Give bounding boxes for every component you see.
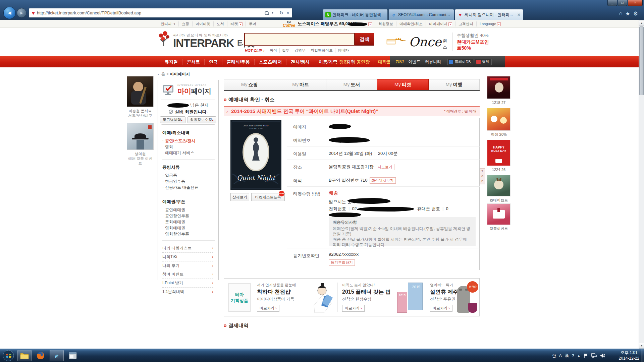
tab-my-mart[interactable]: My마트 [275,79,326,90]
action-center-flag-icon[interactable] [583,353,588,358]
banner-caption[interactable]: 1218-27 [487,100,511,105]
search-box[interactable] [244,33,355,46]
sangeuiwon-banner-image[interactable] [127,123,154,150]
once-promo-banner[interactable]: Once 원스 수험생활인 40% 현대카드M포인트50% [386,32,490,52]
member-info-link[interactable]: 회원정보 [375,21,396,26]
sidebar-link-event[interactable]: 참여 이벤트› [162,270,214,279]
utility-link[interactable]: 인터파크 [158,21,179,26]
chevron-down-icon[interactable]: ▼ [239,22,243,26]
promo-item-2[interactable]: 아직도 늦지 않았다! 2015 플래너 갖는 법 선착순 한정수량 바로가기 … [342,283,396,312]
taskbar-ie-button[interactable]: e [50,350,64,361]
tools-gear-icon[interactable]: ⚙ [633,10,638,17]
refresh-icon[interactable]: ↻ [278,10,285,15]
sidebar-item-cash-receipt[interactable]: 현금영수증 [162,178,214,184]
back-button[interactable]: ◄ [3,7,16,19]
banner-caption-sub[interactable]: 서울/부산/대구 [127,113,154,118]
utility-link[interactable]: 아이마켓 [193,21,214,26]
hotclip-item[interactable]: 컬투 [280,48,292,53]
go-button[interactable]: 바로가기 › [257,305,279,312]
username-redacted[interactable]: ▼ [345,22,375,26]
booking-check-link[interactable]: 예매확인/취소 [396,21,426,26]
promo-item-1[interactable]: 저가 인기상품을 한눈에 착하다 천원샵 아이디어상품이 가득 바로가기 › [257,283,311,312]
url-text[interactable]: http://ticket.interpark.com/Cancel/TPDet… [37,10,264,15]
sidebar-link-tiki[interactable]: 나의TiKi› [162,253,214,261]
detail-view-button[interactable]: 상세보기 [230,193,249,201]
page-scrollbar[interactable]: ▲ ▼ [639,20,644,349]
chevron-down-icon[interactable]: ▼ [497,22,501,26]
nav-musical[interactable]: 뮤지컬 [160,59,182,65]
search-dropdown-icon[interactable]: ▼ [270,11,276,14]
stop-icon[interactable]: × [285,10,291,15]
language-link[interactable]: Language▼ [477,22,504,26]
nav-movie-button[interactable]: 영화 [475,59,492,65]
top-button[interactable]: TOP [480,168,485,184]
map-view-button[interactable]: 지도보기 [376,164,394,170]
browser-tab-seotaiji[interactable]: e SEOTAIJI.com :: Communicati... [388,9,454,20]
nav-playdb-button[interactable]: 플레이DB [447,59,473,65]
taskbar-clock[interactable]: 오후 1:01 2014-12-22 [619,350,639,361]
forward-button[interactable]: ► [17,8,26,18]
tab-my-book[interactable]: My도서 [326,79,377,90]
sidebar-item-show-voucher[interactable]: 공연예매권 [162,207,214,213]
ime-hanja-indicator[interactable]: 漢 [565,353,569,359]
sidebar-link-inquiry[interactable]: 1:1문의내역› [162,288,214,296]
show-hidden-icons-arrow[interactable]: ▲ [577,354,580,357]
nav-venue[interactable]: 공연장 [353,59,374,65]
network-icon[interactable] [591,353,597,358]
nav-play[interactable]: 연극 [205,59,222,65]
start-button[interactable] [3,350,14,361]
banner-caption[interactable]: 학생 20% [487,132,511,137]
sidebar-link-ipoint[interactable]: I-Point 받기› [162,279,214,288]
banner-caption[interactable]: 경품이벤트 [487,226,511,231]
sidebar-item-movie-voucher[interactable]: 영화예매권 [162,225,214,231]
banner-caption-sub[interactable]: 예매 경품 이벤트 [127,156,154,166]
customer-center-link[interactable]: 고객센터 [455,21,477,26]
right-banner-5[interactable]: 경품이벤트 [487,203,511,231]
edit-info-button[interactable]: 회원정보수정▸ [187,116,217,123]
left-banner-2[interactable]: 상의원 예매 경품 이벤트 [127,123,154,166]
nav-ranking[interactable]: 랭킹 [335,59,353,65]
show-desktop-button[interactable] [641,349,644,362]
nav-tiki[interactable]: TiKi [395,59,404,64]
scrollbar-thumb[interactable] [639,26,644,95]
taskbar-firefox-button[interactable] [34,350,48,361]
sidebar-item-culture-voucher[interactable]: 문화예매권 [162,219,214,225]
utility-link[interactable]: 쇼핑 [179,21,193,26]
nav-event[interactable]: 이벤트 [408,59,420,65]
hotclip-item[interactable]: 레베카 [335,48,351,53]
nav-exhibition[interactable]: 전시/행사 [286,59,314,65]
scroll-down-arrow[interactable]: ▼ [639,343,644,349]
chevron-down-icon[interactable]: ▼ [448,22,452,26]
registration-lookup-button[interactable]: 등기조회하기 [329,259,355,266]
tab-my-travel[interactable]: My여행 [429,79,480,90]
search-button[interactable]: 검색 [355,33,374,46]
search-icon[interactable] [265,11,269,15]
sidebar-item-performance[interactable]: 공연/스포츠/전시 [162,138,214,144]
mypage-link[interactable]: 마이페이지▼ [426,21,455,26]
browser-tab-naver[interactable]: N 인터파크 : 네이버 통합검색 [323,9,388,20]
utility-link[interactable]: 투어 [246,21,259,26]
sidebar-link-ticketcast[interactable]: 나의 티켓캐스트› [162,244,214,253]
hotclip-item[interactable]: 김연우 [292,48,308,53]
chevron-down-icon[interactable]: ▼ [368,22,372,26]
nav-concert[interactable]: 콘서트 [182,59,205,65]
concert-banner-image[interactable] [127,76,154,107]
interpark-logo[interactable]: 싸니까 믿으니까 인터파크니까 INTERPARK 티켓 [158,31,255,48]
sidebar-item-movie[interactable]: 영화 [162,144,214,150]
banner-caption[interactable]: 상의원 [127,152,154,156]
hotclip-item[interactable]: 싸이 [267,48,280,53]
tab-close-icon[interactable]: ✕ [517,12,521,17]
taskbar-app-button[interactable] [66,350,80,361]
sidebar-item-waiting[interactable]: 예매대기 서비스 [162,150,214,156]
sidebar-item-show-coupon[interactable]: 공연할인쿠폰 [162,213,214,219]
search-input[interactable] [245,34,354,45]
scroll-up-arrow[interactable]: ▲ [639,20,644,26]
tab-label[interactable]: 인터파크 : 네이버 통합검색 [332,12,385,18]
tab-label[interactable]: SEOTAIJI.com :: Communicati... [398,12,451,17]
right-banner-3[interactable]: HAPPY BUZZ DAY 1224-26 [487,140,511,172]
help-icon[interactable]: ? [572,353,574,358]
nav-community[interactable]: 커뮤니티 [425,59,441,65]
breadcrumb-home[interactable]: 홈 [161,72,165,76]
sidebar-item-deposit[interactable]: 입금증 [162,172,214,178]
nav-sports[interactable]: 스포츠/레저 [255,59,287,65]
